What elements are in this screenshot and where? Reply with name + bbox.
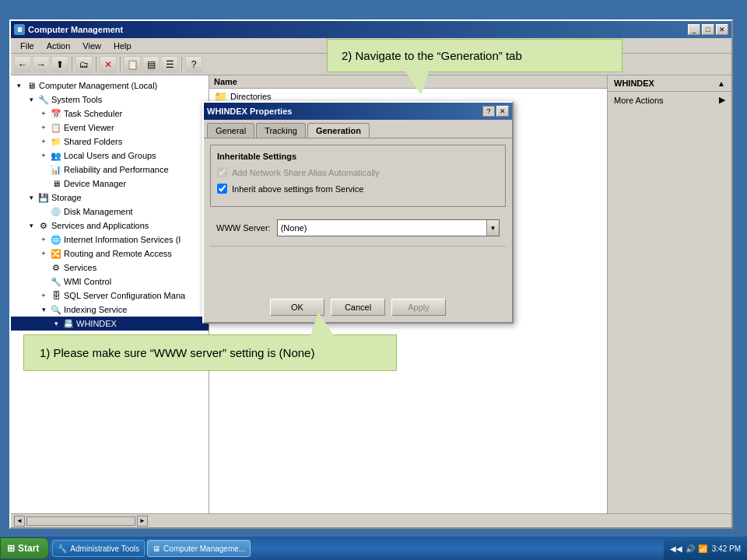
- dialog-title-text: WHINDEX Properties: [207, 107, 292, 116]
- checkbox-row-2[interactable]: Inherit above settings from Service: [217, 184, 499, 194]
- whindex-properties-dialog: WHINDEX Properties ? ✕ General Tracking …: [202, 101, 514, 324]
- checkbox-alias-label: Add Network Share Alias Automatically: [232, 168, 380, 177]
- www-select-arrow-icon[interactable]: ▼: [486, 220, 499, 236]
- taskbar: ⊞ Start 🔧 Administrative Tools 🖥 Compute…: [0, 537, 747, 560]
- checkbox-row-1: Add Network Share Alias Automatically: [217, 167, 499, 177]
- apply-button[interactable]: Apply: [391, 299, 446, 316]
- dialog-overlay: 2) Navigate to the “Generation” tab WHIN…: [0, 0, 747, 560]
- clock: 3:42 PM: [712, 544, 741, 553]
- www-server-label: WWW Server:: [216, 223, 271, 233]
- tray-icon-1: ◀◀: [670, 544, 682, 553]
- tray-network-icon: 🔊: [686, 544, 695, 553]
- dialog-tabs: General Tracking Generation: [204, 120, 512, 138]
- inheritable-settings-group: Inheritable Settings Add Network Share A…: [210, 145, 506, 207]
- dialog-buttons: OK Cancel Apply: [204, 292, 512, 322]
- checkbox-alias: [217, 167, 227, 177]
- checkbox-inherit-label: Inherit above settings from Service: [232, 184, 363, 194]
- computer-mgmt-icon: 🖥: [153, 544, 160, 553]
- www-server-value: (None): [278, 223, 486, 233]
- start-label: Start: [18, 543, 39, 554]
- tray-volume-icon: 📶: [698, 544, 707, 553]
- checkbox-inherit[interactable]: [217, 184, 227, 194]
- taskbar-btn-admin[interactable]: 🔧 Administrative Tools: [52, 540, 145, 557]
- www-server-row: WWW Server: (None) ▼: [210, 216, 506, 240]
- start-button[interactable]: ⊞ Start: [0, 537, 49, 559]
- taskbar-right: ◀◀ 🔊 📶 3:42 PM: [664, 537, 747, 560]
- cancel-button[interactable]: Cancel: [331, 299, 385, 316]
- dialog-title-bar: WHINDEX Properties ? ✕: [204, 103, 512, 120]
- callout1-text: 2) Navigate to the “Generation” tab: [342, 49, 522, 62]
- taskbar-buttons: 🔧 Administrative Tools 🖥 Computer Manage…: [49, 540, 663, 557]
- admin-tools-label: Administrative Tools: [70, 544, 139, 553]
- dialog-help-button[interactable]: ?: [482, 106, 495, 117]
- tab-generation[interactable]: Generation: [307, 123, 370, 138]
- dialog-content: Inheritable Settings Add Network Share A…: [204, 138, 512, 246]
- www-server-select[interactable]: (None) ▼: [277, 219, 500, 236]
- callout-generation: 2) Navigate to the “Generation” tab: [327, 39, 622, 72]
- dialog-close-button[interactable]: ✕: [496, 106, 509, 117]
- taskbar-btn-computer-mgmt[interactable]: 🖥 Computer Manageme...: [147, 540, 251, 557]
- computer-mgmt-label: Computer Manageme...: [163, 544, 245, 553]
- windows-logo-icon: ⊞: [7, 543, 15, 554]
- admin-tools-icon: 🔧: [58, 544, 67, 553]
- callout-www: 1) Please make sure “WWW server” setting…: [23, 334, 397, 371]
- system-tray-icons: ◀◀ 🔊 📶: [670, 544, 707, 553]
- group-title: Inheritable Settings: [217, 152, 499, 161]
- callout2-text: 1) Please make sure “WWW server” setting…: [40, 346, 314, 359]
- tab-tracking[interactable]: Tracking: [256, 123, 306, 138]
- tab-general[interactable]: General: [207, 123, 254, 138]
